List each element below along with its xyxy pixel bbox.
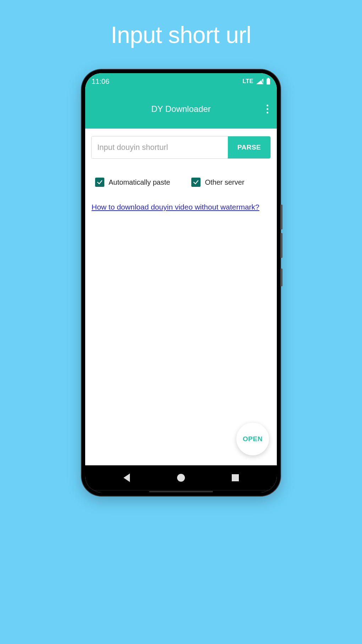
other-server-label: Other server bbox=[205, 178, 244, 186]
parse-button[interactable]: PARSE bbox=[228, 136, 270, 158]
signal-icon bbox=[256, 79, 263, 84]
screen: 11:06 LTE DY Downloader bbox=[85, 73, 277, 492]
phone-side-button bbox=[280, 233, 283, 258]
status-clock: 11:06 bbox=[92, 77, 109, 86]
nav-recent-button[interactable] bbox=[228, 471, 242, 485]
other-server-checkbox[interactable] bbox=[191, 178, 201, 187]
check-icon bbox=[193, 179, 199, 185]
options-row: Automatically paste Other server bbox=[92, 178, 270, 187]
hero-title: Input short url bbox=[111, 21, 251, 48]
svg-rect-2 bbox=[267, 79, 270, 85]
phone-inner: 11:06 LTE DY Downloader bbox=[85, 73, 277, 492]
other-server-option: Other server bbox=[191, 178, 244, 187]
android-nav-bar bbox=[85, 465, 277, 490]
phone-side-button bbox=[280, 269, 283, 286]
phone-frame: 11:06 LTE DY Downloader bbox=[82, 70, 280, 496]
app-title: DY Downloader bbox=[151, 104, 211, 114]
svg-rect-1 bbox=[268, 78, 269, 79]
status-right: LTE bbox=[242, 78, 270, 85]
check-icon bbox=[97, 179, 103, 185]
auto-paste-option: Automatically paste bbox=[95, 178, 170, 187]
content-area: PARSE Automatically paste Other server bbox=[85, 129, 277, 465]
auto-paste-checkbox[interactable] bbox=[95, 178, 104, 187]
help-link[interactable]: How to download douyin video without wat… bbox=[92, 202, 270, 212]
url-input-row: PARSE bbox=[92, 136, 270, 158]
phone-side-button bbox=[280, 205, 283, 229]
url-input[interactable] bbox=[92, 136, 228, 158]
more-menu-icon[interactable] bbox=[267, 105, 268, 114]
open-fab-button[interactable]: OPEN bbox=[236, 423, 269, 455]
status-bar: 11:06 LTE bbox=[85, 73, 277, 90]
nav-home-button[interactable] bbox=[174, 471, 188, 485]
nav-handle-bar bbox=[85, 490, 277, 492]
battery-icon bbox=[266, 78, 270, 85]
auto-paste-label: Automatically paste bbox=[109, 178, 170, 186]
nav-back-button[interactable] bbox=[120, 471, 134, 485]
status-network: LTE bbox=[242, 78, 253, 85]
app-bar: DY Downloader bbox=[85, 90, 277, 129]
